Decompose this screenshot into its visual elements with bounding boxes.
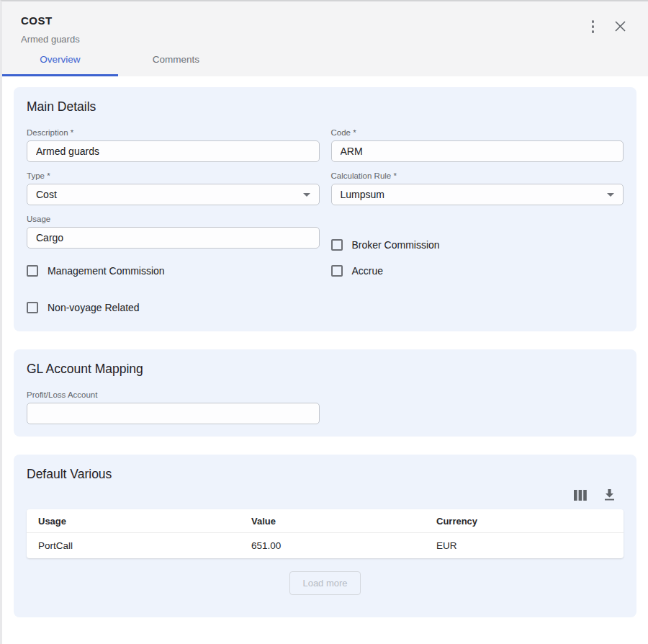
- close-icon[interactable]: [614, 20, 626, 32]
- broker-commission-label: Broker Commission: [352, 239, 440, 251]
- accrue-label: Accrue: [352, 265, 384, 277]
- calculation-rule-select-value: Lumpsum: [341, 189, 384, 200]
- table-row[interactable]: PortCall 651.00 EUR: [27, 533, 624, 558]
- cell-value: 651.00: [240, 533, 425, 558]
- calculation-rule-select[interactable]: Lumpsum: [331, 184, 624, 205]
- dialog-header: COST Armed guards Overview Comments: [2, 1, 648, 76]
- tab-comments[interactable]: Comments: [118, 54, 234, 76]
- cell-currency: EUR: [425, 533, 624, 558]
- type-select[interactable]: Cost: [27, 184, 320, 205]
- table-toolbar: [27, 489, 624, 501]
- profit-loss-account-input[interactable]: [27, 403, 320, 424]
- code-field-group: Code *: [331, 128, 624, 162]
- page-subtitle: Armed guards: [21, 34, 80, 45]
- tab-overview[interactable]: Overview: [2, 54, 118, 76]
- download-icon[interactable]: [604, 489, 615, 501]
- broker-commission-row: Broker Commission: [331, 231, 624, 258]
- type-field-group: Type * Cost: [27, 171, 320, 205]
- management-commission-row: Management Commission: [27, 265, 320, 277]
- cell-usage: PortCall: [27, 533, 240, 558]
- non-voyage-related-row: Non-voyage Related: [27, 302, 320, 313]
- code-label: Code *: [331, 128, 624, 137]
- default-various-title: Default Various: [27, 467, 624, 482]
- default-various-card: Default Various: [14, 455, 636, 617]
- profit-loss-account-label: Profit/Loss Account: [27, 390, 320, 399]
- profit-loss-account-field-group: Profit/Loss Account: [27, 390, 320, 424]
- code-input[interactable]: [331, 140, 624, 162]
- table-header-row: Usage Value Currency: [27, 509, 624, 533]
- column-header-currency: Currency: [425, 509, 624, 532]
- cost-dialog: COST Armed guards Overview Comments: [0, 0, 648, 644]
- header-titles: COST Armed guards: [21, 14, 80, 45]
- type-select-value: Cost: [36, 189, 57, 200]
- chevron-down-icon: [607, 193, 614, 197]
- description-input[interactable]: [27, 140, 320, 162]
- usage-field-group: Usage: [27, 215, 320, 249]
- gl-account-mapping-title: GL Account Mapping: [27, 362, 624, 377]
- page-title: COST: [21, 14, 80, 27]
- description-field-group: Description *: [27, 128, 320, 162]
- chevron-down-icon: [303, 193, 310, 197]
- column-header-usage: Usage: [27, 509, 240, 532]
- gl-account-mapping-card: GL Account Mapping Profit/Loss Account: [14, 349, 636, 437]
- type-label: Type *: [27, 171, 320, 180]
- tab-bar: Overview Comments: [2, 54, 648, 76]
- dialog-content: Main Details Description * Code * Type *…: [2, 76, 648, 626]
- usage-input[interactable]: [27, 227, 320, 249]
- non-voyage-related-checkbox[interactable]: [27, 302, 38, 313]
- description-label: Description *: [27, 128, 320, 137]
- main-details-card: Main Details Description * Code * Type *…: [14, 87, 636, 331]
- calculation-rule-field-group: Calculation Rule * Lumpsum: [331, 171, 624, 205]
- management-commission-checkbox[interactable]: [27, 265, 38, 277]
- broker-commission-checkbox[interactable]: [331, 239, 343, 251]
- calculation-rule-label: Calculation Rule *: [331, 171, 624, 180]
- column-header-value: Value: [240, 509, 425, 532]
- accrue-row: Accrue: [331, 265, 624, 277]
- management-commission-label: Management Commission: [48, 265, 165, 277]
- accrue-checkbox[interactable]: [331, 265, 343, 277]
- default-various-table: Usage Value Currency PortCall 651.00 EUR: [27, 509, 624, 558]
- columns-icon[interactable]: [574, 490, 587, 501]
- load-more-button[interactable]: Load more: [289, 571, 360, 595]
- main-details-title: Main Details: [27, 99, 624, 115]
- usage-label: Usage: [27, 215, 320, 223]
- kebab-menu-icon[interactable]: [589, 19, 598, 35]
- non-voyage-related-label: Non-voyage Related: [48, 302, 140, 313]
